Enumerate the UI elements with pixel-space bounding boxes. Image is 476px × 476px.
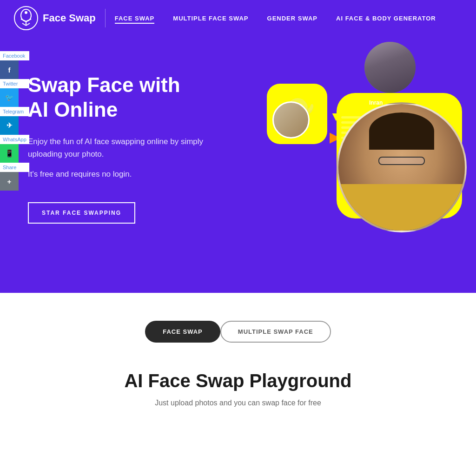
face-top-image [364, 42, 416, 93]
hero-cta-button[interactable]: STAR FACE SWAPPING [28, 202, 135, 224]
hero-description: Enjoy the fun of AI face swapping online… [28, 135, 205, 160]
twitter-label: Twitter [0, 79, 29, 88]
telegram-link[interactable]: ✈ [0, 116, 19, 135]
tab-multiple-swap[interactable]: MULTIPLE SWAP FACE [220, 321, 331, 343]
nav-link-multiple[interactable]: MULTIPLE FACE SWAP [173, 15, 248, 22]
share-link[interactable]: + [0, 172, 19, 191]
playground-subtitle: Just upload photos and you can swap face… [155, 399, 321, 407]
playground-title: AI Face Swap Playground [124, 370, 351, 391]
svg-line-4 [22, 23, 26, 26]
face-placeholder [364, 42, 416, 93]
man-face [338, 104, 465, 231]
man-shirt [338, 184, 465, 231]
twitter-link[interactable]: 🐦 [0, 88, 19, 107]
svg-line-5 [26, 23, 30, 26]
hero-images: 👻 ▼ ▶ 👻 Inran [267, 42, 462, 279]
inran-text: Inran [369, 99, 383, 106]
hero-section: Face Swap FACE SWAP MULTIPLE FACE SWAP G… [0, 0, 476, 293]
face-small [272, 101, 310, 139]
man-image-circle [337, 102, 467, 232]
nav-link-ai[interactable]: AI FACE & BODY GENERATOR [336, 15, 436, 22]
logo-text: Face Swap [43, 12, 96, 24]
hero-title: Swap Face with AI Online [28, 73, 205, 122]
svg-point-0 [14, 7, 38, 30]
whatsapp-label: WhatsApp [0, 135, 29, 144]
hero-free-text: It's free and requires no login. [28, 170, 205, 179]
tab-group: FACE SWAP MULTIPLE SWAP FACE [145, 321, 331, 343]
nav-item-gender[interactable]: GENDER SWAP [267, 14, 318, 22]
tab-face-swap[interactable]: FACE SWAP [145, 321, 220, 343]
snap-card-small: 👻 [267, 84, 327, 144]
nav-item-ai[interactable]: AI FACE & BODY GENERATOR [336, 14, 436, 22]
nav-item-multiple[interactable]: MULTIPLE FACE SWAP [173, 14, 248, 22]
facebook-label: Facebook [0, 51, 29, 60]
nav-link-gender[interactable]: GENDER SWAP [267, 15, 318, 22]
share-label: Share [0, 163, 29, 172]
nav-links: FACE SWAP MULTIPLE FACE SWAP GENDER SWAP… [115, 14, 436, 22]
nav-divider [105, 9, 106, 27]
social-sidebar: Facebook f Twitter 🐦 Telegram ✈ WhatsApp… [0, 51, 29, 191]
hero-content: Swap Face with AI Online Enjoy the fun o… [0, 36, 232, 251]
nav-link-face-swap[interactable]: FACE SWAP [115, 15, 155, 24]
logo[interactable]: Face Swap [14, 6, 96, 30]
whatsapp-link[interactable]: 📱 [0, 144, 19, 163]
bottom-section: FACE SWAP MULTIPLE SWAP FACE AI Face Swa… [0, 293, 476, 476]
svg-point-2 [25, 11, 27, 14]
glasses [378, 157, 425, 165]
facebook-link[interactable]: f [0, 60, 19, 79]
man-hair [369, 112, 434, 150]
navigation: Face Swap FACE SWAP MULTIPLE FACE SWAP G… [0, 0, 476, 36]
logo-icon [14, 6, 38, 30]
nav-item-face-swap[interactable]: FACE SWAP [115, 14, 155, 22]
telegram-label: Telegram [0, 107, 29, 116]
